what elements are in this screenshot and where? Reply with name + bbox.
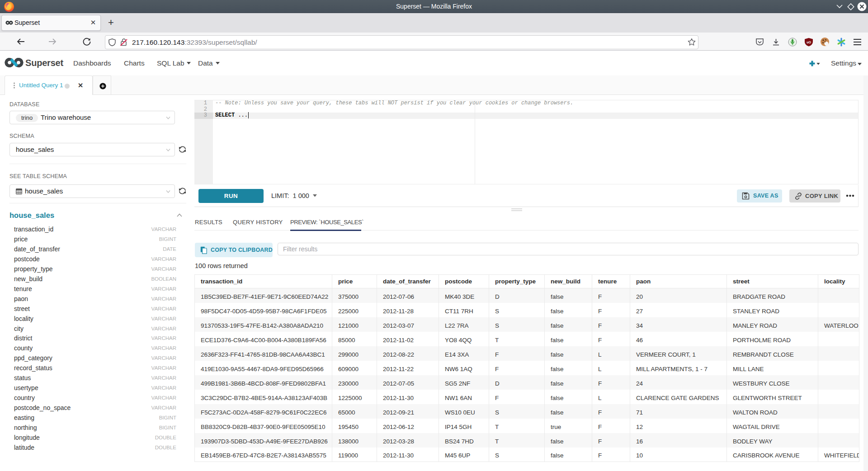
svg-text:uO: uO bbox=[807, 41, 811, 44]
